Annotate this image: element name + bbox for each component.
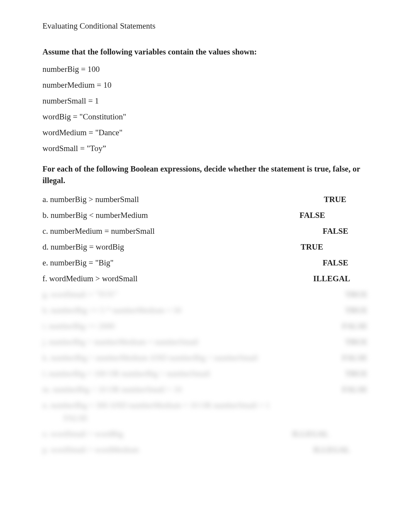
item-e-question: e. numberBig = "Big" <box>42 258 323 268</box>
item-j-answer: TRUE <box>345 337 368 347</box>
item-o-answer: ILLEGAL <box>292 429 329 439</box>
item-f-answer: ILLEGAL <box>313 274 350 284</box>
item-n: n. numberBig = 300 AND numberMedium = 10… <box>42 401 368 410</box>
item-e: e. numberBig = "Big" FALSE <box>42 258 368 268</box>
item-g-answer: TRUE <box>345 290 368 299</box>
item-n-indent-text: FALSE <box>64 413 88 423</box>
item-g: g. wordSmall = "TOY" TRUE <box>42 290 368 299</box>
instructions: For each of the following Boolean expres… <box>42 163 368 186</box>
item-b: b. numberBig < numberMedium FALSE <box>42 211 368 220</box>
item-k-question: k. numberBig > numberMedium AND numberBi… <box>42 353 342 363</box>
item-e-answer: FALSE <box>323 258 348 268</box>
item-l-question: l. numberBig = 100 OR numberBig > number… <box>42 369 345 379</box>
item-m: m. numberBig < 10 OR numberSmall > 10 FA… <box>42 385 368 394</box>
item-l-answer: TRUE <box>345 369 368 379</box>
item-p-question: p. wordSmall > wordMedium <box>42 445 313 455</box>
item-c-answer: FALSE <box>323 226 348 236</box>
item-i-question: i. numberBig >= 2000 <box>42 321 342 331</box>
item-i-answer: FALSE <box>342 321 368 331</box>
item-h-question: h. numberBig <= 5 * numberMedium + 50 <box>42 306 345 315</box>
var-numberMedium: numberMedium = 10 <box>42 80 368 90</box>
item-i: i. numberBig >= 2000 FALSE <box>42 321 368 331</box>
var-wordMedium: wordMedium = "Dance" <box>42 128 368 138</box>
item-j-question: j. numberBig > numberMedium + numberSmal… <box>42 337 345 347</box>
item-l: l. numberBig = 100 OR numberBig > number… <box>42 369 368 379</box>
item-b-answer: FALSE <box>300 211 325 220</box>
item-k-answer: FALSE <box>342 353 368 363</box>
item-f: f. wordMedium > wordSmall ILLEGAL <box>42 274 368 284</box>
assume-heading: Assume that the following variables cont… <box>42 46 368 58</box>
page-title: Evaluating Conditional Statements <box>42 21 368 31</box>
item-d-answer: TRUE <box>301 242 323 252</box>
item-j: j. numberBig > numberMedium + numberSmal… <box>42 337 368 347</box>
item-h: h. numberBig <= 5 * numberMedium + 50 TR… <box>42 306 368 315</box>
item-c-question: c. numberMedium = numberSmall <box>42 226 323 236</box>
item-d-question: d. numberBig = wordBig <box>42 242 301 252</box>
item-g-question: g. wordSmall = "TOY" <box>42 290 345 299</box>
item-a: a. numberBig > numberSmall TRUE <box>42 195 368 204</box>
item-n-indent: FALSE <box>64 413 368 423</box>
item-p-answer: ILLEGAL <box>313 445 350 455</box>
item-o-question: o. wordSmall > wordBig <box>42 429 292 439</box>
item-p: p. wordSmall > wordMedium ILLEGAL <box>42 445 368 455</box>
item-a-answer: TRUE <box>324 195 346 204</box>
item-c: c. numberMedium = numberSmall FALSE <box>42 226 368 236</box>
var-numberSmall: numberSmall = 1 <box>42 96 368 106</box>
item-h-answer: TRUE <box>345 306 368 315</box>
var-wordSmall: wordSmall = "Toy” <box>42 144 368 153</box>
item-m-question: m. numberBig < 10 OR numberSmall > 10 <box>42 385 342 394</box>
item-o: o. wordSmall > wordBig ILLEGAL <box>42 429 368 439</box>
var-numberBig: numberBig = 100 <box>42 65 368 74</box>
item-m-answer: FALSE <box>342 385 368 394</box>
item-b-question: b. numberBig < numberMedium <box>42 211 300 220</box>
var-wordBig: wordBig = "Constitution" <box>42 112 368 122</box>
item-d: d. numberBig = wordBig TRUE <box>42 242 368 252</box>
item-a-question: a. numberBig > numberSmall <box>42 195 324 204</box>
item-k: k. numberBig > numberMedium AND numberBi… <box>42 353 368 363</box>
item-n-question: n. numberBig = 300 AND numberMedium = 10… <box>42 401 368 410</box>
item-f-question: f. wordMedium > wordSmall <box>42 274 313 284</box>
